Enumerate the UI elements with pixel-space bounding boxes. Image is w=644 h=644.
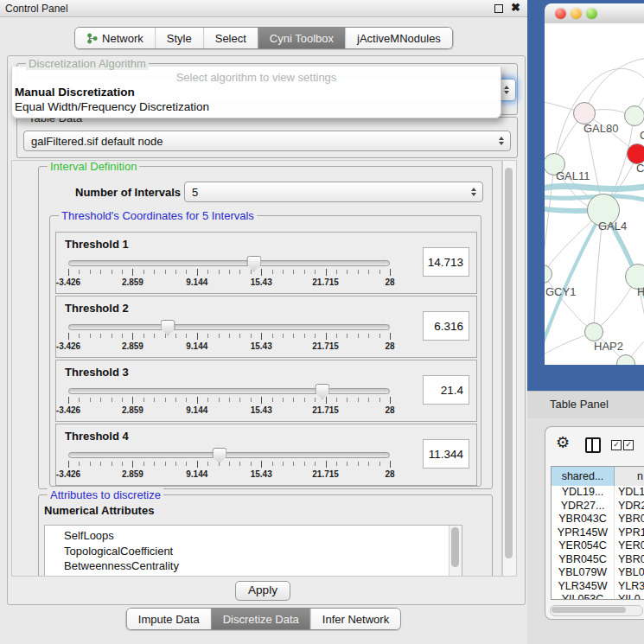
network-window-titlebar[interactable] <box>545 3 644 24</box>
tab-style[interactable]: Style <box>155 28 203 48</box>
minimize-traffic-light[interactable] <box>571 8 582 19</box>
table-horizontal-scrollbar[interactable] <box>550 605 643 616</box>
cell-name[interactable]: YDR2 <box>615 500 644 513</box>
cell-name[interactable]: YBR0 <box>615 513 644 526</box>
tab-discretize-data[interactable]: Discretize Data <box>211 609 310 629</box>
slider-tick <box>390 461 391 468</box>
network-canvas[interactable]: GAL80GACGAL11GAL4GCY1HHAP2 <box>545 23 644 365</box>
table-row[interactable]: YBL079WYBL0 <box>552 566 644 580</box>
dropdown-option-manual-discretization[interactable]: Manual Discretization <box>12 85 501 99</box>
slider-ticks <box>68 334 390 338</box>
cell-name[interactable]: YBR0 <box>615 553 644 567</box>
threshold-4-slider[interactable]: -3.426 2.859 9.144 15.43 21.715 28 <box>68 448 390 481</box>
column-header-shared-name[interactable]: shared... <box>552 467 615 486</box>
cell-name[interactable]: YLR3 <box>615 580 644 594</box>
threshold-label: Threshold 4 <box>65 430 129 443</box>
attributes-to-discretize-group: Attributes to discretize Numerical Attri… <box>38 494 493 577</box>
checkbox-icon[interactable]: ✓ <box>611 440 622 450</box>
network-node[interactable] <box>584 322 603 341</box>
threshold-label: Threshold 1 <box>65 238 129 251</box>
table-row[interactable]: YER054CYER0 <box>552 539 644 553</box>
network-node-label: GAL4 <box>598 220 627 233</box>
threshold-2-slider[interactable]: -3.426 2.859 9.144 15.43 21.715 28 <box>68 320 390 353</box>
slider-track[interactable] <box>68 388 390 394</box>
threshold-label: Threshold 3 <box>65 366 129 379</box>
tab-jactivemnodules[interactable]: jActiveMNodules <box>345 28 452 48</box>
numerical-attributes-list[interactable]: SelfLoopsTopologicalCoefficientBetweenne… <box>44 525 462 577</box>
slider-tick-label: -3.426 <box>56 277 80 287</box>
cell-shared-name[interactable]: YER054C <box>552 539 615 553</box>
group-label: Discretization Algorithm <box>26 57 149 70</box>
tab-impute-data[interactable]: Impute Data <box>127 609 211 629</box>
threshold-value-field[interactable]: 14.713 <box>423 247 469 277</box>
table-row[interactable]: YBR043CYBR0 <box>552 513 644 526</box>
tab-select[interactable]: Select <box>203 28 258 48</box>
slider-track[interactable] <box>68 452 390 458</box>
dropdown-option-equal-width-frequency[interactable]: Equal Width/Frequency Discretization <box>12 99 501 114</box>
zoom-traffic-light[interactable] <box>586 8 597 19</box>
tab-label: Impute Data <box>138 613 200 626</box>
scrollbar-thumb[interactable] <box>552 607 626 613</box>
cell-shared-name[interactable]: YBR045C <box>552 553 615 567</box>
slider-ticks <box>68 462 390 466</box>
tab-network[interactable]: Network <box>75 28 155 48</box>
cell-name[interactable]: YIL0 <box>615 593 644 600</box>
slider-track[interactable] <box>68 324 390 330</box>
tab-infer-network[interactable]: Infer Network <box>310 609 400 629</box>
threshold-value-field[interactable]: 6.316 <box>423 311 469 341</box>
table-data-combobox[interactable]: galFiltered.sif default node <box>23 131 511 151</box>
cell-shared-name[interactable]: YDL19... <box>552 486 615 500</box>
slider-tick-label: 9.144 <box>186 277 207 287</box>
network-node[interactable] <box>624 105 644 126</box>
table-row[interactable]: YDL19...YDL1 <box>552 486 644 500</box>
number-of-intervals-label: Number of Intervals <box>75 186 181 199</box>
list-item[interactable]: SelfLoops <box>45 528 462 544</box>
scrollbar-thumb[interactable] <box>505 168 513 558</box>
gear-icon[interactable]: ⚙ <box>556 433 570 452</box>
cell-name[interactable]: YDL1 <box>615 486 644 500</box>
threshold-4-panel: Threshold 4 -3.426 2.859 9.144 15.43 21.… <box>55 424 477 486</box>
list-scrollbar[interactable] <box>449 526 462 577</box>
float-window-icon[interactable] <box>494 4 503 13</box>
split-columns-icon[interactable] <box>585 437 601 453</box>
list-item[interactable]: BetweennessCentrality <box>45 558 462 574</box>
cell-shared-name[interactable]: YIL053C <box>552 593 615 600</box>
threshold-3-slider[interactable]: -3.426 2.859 9.144 15.43 21.715 28 <box>68 384 390 417</box>
threshold-value-field[interactable]: 11.344 <box>423 439 469 469</box>
settings-scrollbar[interactable] <box>502 160 517 577</box>
slider-tick <box>197 269 198 276</box>
cell-name[interactable]: YER0 <box>615 539 644 553</box>
table-row[interactable]: YLR345WYLR3 <box>552 580 644 594</box>
table-row[interactable]: YBR045CYBR0 <box>552 553 644 567</box>
cell-shared-name[interactable]: YBR043C <box>552 513 615 526</box>
checkbox-icon[interactable]: ✓ <box>623 440 634 450</box>
slider-tick <box>197 333 198 340</box>
table-row[interactable]: YIL053CYIL0 <box>552 593 644 600</box>
number-of-intervals-combobox[interactable]: 5 <box>184 182 483 202</box>
scrollbar-thumb[interactable] <box>451 527 459 567</box>
list-item[interactable]: TopologicalCoefficient <box>45 544 462 559</box>
slider-track[interactable] <box>68 260 390 266</box>
group-label: Attributes to discretize <box>48 488 163 501</box>
apply-button[interactable]: Apply <box>235 581 290 601</box>
slider-tick <box>197 461 198 468</box>
cell-name[interactable]: YBL0 <box>615 566 644 580</box>
cell-shared-name[interactable]: YBL079W <box>552 566 615 580</box>
table-row[interactable]: YPR145WYPR1 <box>552 526 644 540</box>
slider-tick-label: 9.144 <box>186 341 207 351</box>
cell-shared-name[interactable]: YLR345W <box>552 580 615 594</box>
close-traffic-light[interactable] <box>555 8 566 19</box>
table-panel-header: Table Panel <box>527 391 644 419</box>
control-panel-titlebar: Control Panel ✖ <box>0 0 527 17</box>
combo-stepper-icon <box>471 188 476 196</box>
cell-shared-name[interactable]: YDR27... <box>552 500 615 513</box>
threshold-value-field[interactable]: 21.4 <box>423 375 469 405</box>
close-icon[interactable]: ✖ <box>511 1 520 14</box>
tab-cyni-toolbox[interactable]: Cyni Toolbox <box>258 28 345 48</box>
slider-tick-label: -3.426 <box>56 469 80 479</box>
cell-shared-name[interactable]: YPR145W <box>552 526 615 540</box>
table-row[interactable]: YDR27...YDR2 <box>552 500 644 513</box>
threshold-1-slider[interactable]: -3.426 2.859 9.144 15.43 21.715 28 <box>68 256 390 289</box>
column-header-name[interactable]: n <box>615 467 644 486</box>
cell-name[interactable]: YPR1 <box>615 526 644 540</box>
